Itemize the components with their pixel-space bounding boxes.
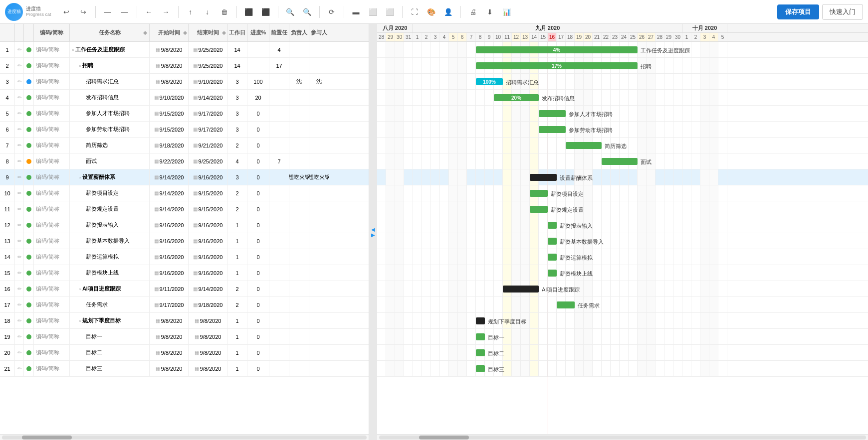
table-row[interactable]: 13 ✏ 编码/简称 薪资基本数据导入 ▦9/16/2020 ▦9/16/202… xyxy=(0,233,369,249)
cell-edit[interactable]: ✏ xyxy=(15,297,24,312)
table-row[interactable]: 17 ✏ 编码/简称 任务需求 ▦9/17/2020 ▦9/18/2020 2 … xyxy=(0,297,369,313)
download-button[interactable]: ⬇ xyxy=(483,5,497,19)
cell-member xyxy=(309,361,329,376)
gantt-label: 发布招聘信息 xyxy=(542,95,575,102)
gantt-bar xyxy=(548,254,557,261)
cell-pre xyxy=(269,122,289,137)
table-row[interactable]: 6 ✏ 编码/简称 参加劳动市场招聘 ▦9/15/2020 ▦9/17/2020… xyxy=(0,122,369,138)
table-row[interactable]: 8 ✏ 编码/简称 面试 ▦9/22/2020 ▦9/25/2020 4 0 7 xyxy=(0,153,369,169)
cell-days: 3 xyxy=(227,122,247,137)
gantt-day-cell: 15 xyxy=(539,33,548,41)
gantt-scroll-thumb[interactable] xyxy=(419,436,469,440)
table-row[interactable]: 19 ✏ 编码/简称 目标一 ▦9/8/2020 ▦9/8/2020 1 0 xyxy=(0,329,369,345)
panel-divider[interactable]: ◀ ▶ xyxy=(369,24,377,440)
cell-edit[interactable]: ✏ xyxy=(15,138,24,153)
user-button[interactable]: 👤 xyxy=(441,5,455,19)
table-row[interactable]: 20 ✏ 编码/简称 目标二 ▦9/8/2020 ▦9/8/2020 1 0 xyxy=(0,345,369,361)
zoom-in-button[interactable]: 🔍 xyxy=(283,5,297,19)
table-row[interactable]: 4 ✏ 编码/简称 发布招聘信息 ▦9/10/2020 ▦9/14/2020 3… xyxy=(0,90,369,106)
move-down-button[interactable]: ↓ xyxy=(201,5,215,19)
table-row[interactable]: 5 ✏ 编码/简称 参加人才市场招聘 ▦9/15/2020 ▦9/17/2020… xyxy=(0,106,369,122)
table-row[interactable]: 15 ✏ 编码/简称 薪资模块上线 ▦9/16/2020 ▦9/16/2020 … xyxy=(0,265,369,281)
align-center-button[interactable]: ⬛ xyxy=(259,5,273,19)
undo-button[interactable]: ↩ xyxy=(59,5,73,19)
print-button[interactable]: 🖨 xyxy=(466,5,480,19)
fullscreen-button[interactable]: ⛶ xyxy=(408,5,422,19)
cell-edit[interactable]: ✏ xyxy=(15,106,24,121)
cell-edit[interactable]: ✏ xyxy=(15,249,24,265)
cell-end: ▦9/15/2020 xyxy=(189,201,227,217)
table-row[interactable]: 14 ✏ 编码/简称 薪资运算模拟 ▦9/16/2020 ▦9/16/2020 … xyxy=(0,249,369,265)
cell-pre xyxy=(269,361,289,376)
color-button[interactable]: 🎨 xyxy=(425,5,438,19)
cell-edit[interactable]: ✏ xyxy=(15,122,24,137)
move-up-button[interactable]: ↑ xyxy=(184,5,198,19)
table-row[interactable]: 2 ✏ 编码/简称 ▫招聘 ▦9/8/2020 ▦9/25/2020 14 17 xyxy=(0,58,369,74)
table-row[interactable]: 10 ✏ 编码/简称 薪资项目设定 ▦9/14/2020 ▦9/15/2020 … xyxy=(0,185,369,201)
arrow-left-button[interactable]: ← xyxy=(142,5,156,19)
cell-edit[interactable]: ✏ xyxy=(15,74,24,89)
cell-progress: 0 xyxy=(247,249,269,265)
cell-edit[interactable]: ✏ xyxy=(15,233,24,249)
cell-edit[interactable]: ✏ xyxy=(15,153,24,169)
gantt-row: 参加劳动市场招聘 xyxy=(377,122,868,138)
horizontal-scrollbar[interactable] xyxy=(0,434,369,440)
cell-edit[interactable]: ✏ xyxy=(15,345,24,360)
cell-edit[interactable]: ✏ xyxy=(15,329,24,344)
layout2-button[interactable]: ⬜ xyxy=(366,5,380,19)
cell-edit[interactable]: ✏ xyxy=(15,313,24,328)
gantt-scrollbar[interactable] xyxy=(377,434,868,440)
cell-edit[interactable]: ✏ xyxy=(15,169,24,185)
gantt-body[interactable]: 4%工作任务及进度跟踪17%招聘100%招聘需求汇总20%发布招聘信息参加人才市… xyxy=(377,42,868,434)
cell-owner xyxy=(289,138,309,153)
cell-edit[interactable]: ✏ xyxy=(15,217,24,233)
cell-edit[interactable]: ✏ xyxy=(15,58,24,73)
table-row[interactable]: 7 ✏ 编码/简称 简历筛选 ▦9/18/2020 ▦9/21/2020 2 0 xyxy=(0,138,369,153)
table-row[interactable]: 11 ✏ 编码/简称 薪资规定设置 ▦9/14/2020 ▦9/15/2020 … xyxy=(0,201,369,217)
save-project-button[interactable]: 保存项目 xyxy=(777,4,819,19)
gantt-scroll-track[interactable] xyxy=(379,436,866,440)
table-row[interactable]: 3 ✏ 编码/简称 招聘需求汇总 ▦9/8/2020 ▦9/10/2020 3 … xyxy=(0,74,369,90)
table-row[interactable]: 18 ✏ 编码/简称 ▫规划下季度目标 ▦9/8/2020 ▦9/8/2020 … xyxy=(0,313,369,329)
col-owner-header: 负责人 xyxy=(289,24,309,41)
table-row[interactable]: 1 ✏ 编码/简称 ▫工作任务及进度跟踪 ▦9/8/2020 ▦9/25/202… xyxy=(0,42,369,58)
gantt-bar xyxy=(530,190,548,197)
arrow-right-button[interactable]: → xyxy=(159,5,173,19)
layout1-button[interactable]: ▬ xyxy=(349,5,363,19)
table-row[interactable]: 9 ✏ 编码/简称 ▫设置薪酬体系 ▦9/14/2020 ▦9/16/2020 … xyxy=(0,169,369,185)
table-header: 编码/简称 任务名称 ◆ 开始时间 ◆ 结束时间 ◆ 工作日 进度% 前置任 负… xyxy=(0,24,369,42)
gantt-day-cell: 9 xyxy=(485,33,494,41)
redo-button[interactable]: ↪ xyxy=(76,5,90,19)
cell-member xyxy=(309,185,329,201)
cell-edit[interactable]: ✏ xyxy=(15,90,24,105)
cell-name: 薪资运算模拟 xyxy=(70,249,150,265)
line2-button[interactable]: — xyxy=(118,5,132,19)
cell-progress: 0 xyxy=(247,265,269,281)
cell-edit[interactable]: ✏ xyxy=(15,265,24,281)
cell-start: ▦9/16/2020 xyxy=(150,249,189,265)
scroll-thumb[interactable] xyxy=(22,436,72,440)
task-table-body[interactable]: 1 ✏ 编码/简称 ▫工作任务及进度跟踪 ▦9/8/2020 ▦9/25/202… xyxy=(0,42,369,434)
align-left-button[interactable]: ⬛ xyxy=(242,5,256,19)
cell-code: 编码/简称 xyxy=(34,122,70,137)
cell-edit[interactable]: ✏ xyxy=(15,185,24,201)
table-row[interactable]: 12 ✏ 编码/简称 薪资报表输入 ▦9/16/2020 ▦9/16/2020 … xyxy=(0,217,369,233)
excel-button[interactable]: 📊 xyxy=(500,5,514,19)
scroll-track[interactable] xyxy=(2,436,367,440)
table-row[interactable]: 21 ✏ 编码/简称 目标三 ▦9/8/2020 ▦9/8/2020 1 0 xyxy=(0,361,369,377)
table-row[interactable]: 16 ✏ 编码/简称 ▫AI项目进度跟踪 ▦9/11/2020 ▦9/14/20… xyxy=(0,281,369,297)
cell-edit[interactable]: ✏ xyxy=(15,201,24,217)
cell-edit[interactable]: ✏ xyxy=(15,361,24,376)
zoom-out-button[interactable]: 🔍 xyxy=(300,5,314,19)
layout3-button[interactable]: ⬜ xyxy=(383,5,397,19)
quick-start-button[interactable]: 快速入门 xyxy=(822,4,863,20)
cell-edit[interactable]: ✏ xyxy=(15,281,24,296)
line1-button[interactable]: — xyxy=(101,5,115,19)
cell-edit[interactable]: ✏ xyxy=(15,42,24,57)
delete-button[interactable]: 🗑 xyxy=(217,5,231,19)
cell-status xyxy=(24,90,34,105)
gantt-day-cell: 28 xyxy=(655,33,664,41)
gantt-row: 薪资报表输入 xyxy=(377,217,868,233)
rotate-button[interactable]: ⟳ xyxy=(325,5,339,19)
cell-owner xyxy=(289,265,309,281)
